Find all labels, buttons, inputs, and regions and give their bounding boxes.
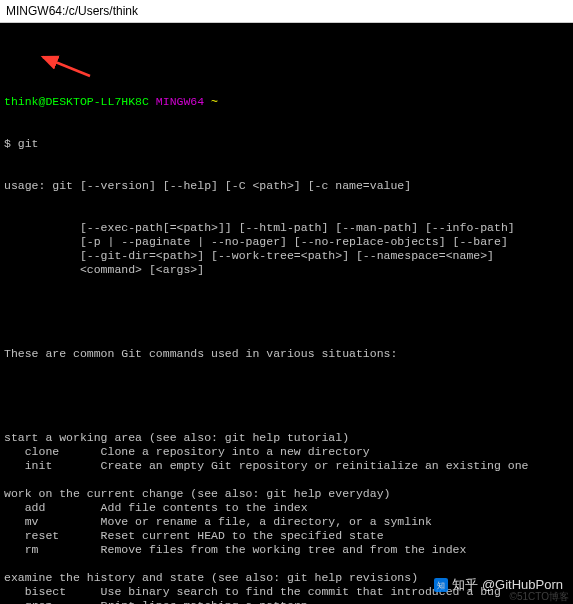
- command-row: init Create an empty Git repository or r…: [4, 459, 569, 473]
- command-row: clone Clone a repository into a new dire…: [4, 445, 569, 459]
- usage-line: [-p | --paginate | --no-pager] [--no-rep…: [4, 235, 569, 249]
- prompt-path: ~: [211, 95, 218, 108]
- svg-line-1: [43, 57, 90, 76]
- command-line[interactable]: $ git: [4, 137, 569, 151]
- command-row: reset Reset current HEAD to the specifie…: [4, 529, 569, 543]
- command-row: add Add file contents to the index: [4, 501, 569, 515]
- usage-line: [--exec-path[=<path>]] [--html-path] [--…: [4, 221, 569, 235]
- section-title: work on the current change (see also: gi…: [4, 487, 569, 501]
- usage-line: [--git-dir=<path>] [--work-tree=<path>] …: [4, 249, 569, 263]
- terminal-area[interactable]: think@DESKTOP-LL7HK8C MINGW64 ~ $ git us…: [0, 23, 573, 604]
- usage-header: usage: git [--version] [--help] [-C <pat…: [4, 179, 569, 193]
- prompt-symbol: $: [4, 137, 11, 150]
- prompt-line-1: think@DESKTOP-LL7HK8C MINGW64 ~: [4, 95, 569, 109]
- svg-text:知: 知: [437, 580, 445, 590]
- command-row: mv Move or rename a file, a directory, o…: [4, 515, 569, 529]
- typed-command: git: [18, 137, 39, 150]
- corner-watermark: ©51CTO博客: [510, 590, 569, 604]
- section-title: start a working area (see also: git help…: [4, 431, 569, 445]
- prompt-env: MINGW64: [156, 95, 204, 108]
- intro-text: These are common Git commands used in va…: [4, 347, 569, 361]
- command-row: rm Remove files from the working tree an…: [4, 543, 569, 557]
- command-row: grep Print lines matching a pattern: [4, 599, 569, 604]
- window-titlebar: MINGW64:/c/Users/think: [0, 0, 573, 23]
- prompt-user: think@DESKTOP-LL7HK8C: [4, 95, 149, 108]
- zhihu-logo-icon: 知: [434, 578, 448, 592]
- window-title: MINGW64:/c/Users/think: [6, 4, 138, 18]
- usage-line: <command> [<args>]: [4, 263, 569, 277]
